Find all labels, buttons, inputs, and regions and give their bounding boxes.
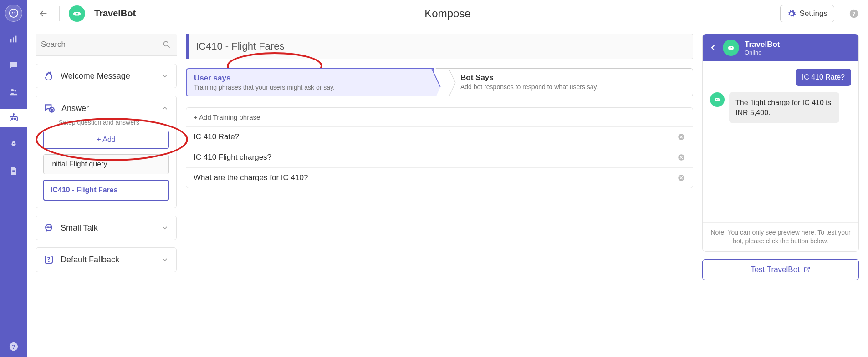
external-link-icon [803,266,811,273]
chevron-down-icon [161,256,169,264]
nav-analytics[interactable] [5,30,23,48]
training-text: IC 410 Rate? [194,132,239,141]
chat-bubble-icon [43,222,54,233]
gear-icon [787,9,796,18]
nav-rocket[interactable] [5,136,23,154]
svg-point-13 [13,143,15,144]
answer-card: ? Answer Setup question and answers + Ad… [36,96,177,208]
delete-icon[interactable] [677,153,685,161]
svg-point-26 [163,41,168,46]
delete-icon[interactable] [677,133,685,141]
training-row[interactable]: What are the charges for IC 410? [186,168,693,188]
svg-point-47 [731,47,732,48]
svg-point-9 [12,118,13,120]
svg-rect-48 [715,98,720,101]
bot-tab-title: Bot Says [460,73,685,82]
training-text: IC 410 Flight charges? [194,153,271,162]
app-logo[interactable] [5,5,22,22]
search-box [36,34,177,56]
app-title: Kompose [424,7,470,20]
builder-panel: User says Training phrases that your use… [186,34,693,351]
chat-bot-avatar [723,40,739,56]
svg-line-27 [168,46,170,48]
svg-rect-19 [74,12,80,15]
svg-point-12 [13,114,14,115]
question-icon [43,254,54,265]
add-intent-button[interactable]: + Add [43,131,169,149]
intent-item[interactable]: Initial Flight query [43,154,169,174]
chat-header: TravelBot Online [703,34,858,61]
svg-point-31 [47,227,48,228]
nav-help-icon[interactable]: ? [9,342,19,352]
add-training-phrase[interactable]: + Add Training phrase [186,108,693,127]
settings-label: Settings [800,9,827,18]
chevron-down-icon [161,72,169,80]
intent-title-field-wrap [186,34,693,59]
smalltalk-card[interactable]: Small Talk [36,216,177,240]
answer-icon: ? [43,102,55,114]
svg-point-49 [716,99,717,100]
intent-sidebar: Welcome Message ? Answer Setup question … [36,34,177,351]
help-icon[interactable]: ? [849,9,859,19]
bot-says-tab[interactable]: Bot Says Add bot responses to respond to… [446,68,693,96]
intent-title-input[interactable] [189,34,693,59]
svg-text:?: ? [51,108,52,112]
svg-point-21 [77,13,78,14]
training-row[interactable]: IC 410 Rate? [186,127,693,147]
delete-icon[interactable] [677,174,685,182]
test-bot-button[interactable]: Test TravelBot [702,259,859,280]
back-button[interactable] [36,7,50,20]
nav-chat[interactable] [5,56,23,75]
user-tab-title: User says [194,74,425,83]
svg-point-33 [50,227,51,228]
chat-user-bubble: IC 410 Rate? [796,69,851,86]
svg-point-10 [15,118,16,120]
user-tab-subtitle: Training phrases that your users might a… [194,84,425,91]
nav-doc[interactable] [5,162,23,180]
bot-avatar [69,5,85,22]
svg-rect-15 [12,171,15,172]
left-nav-rail: ? [0,0,27,357]
answer-subtitle: Setup question and answers [59,119,169,126]
svg-rect-8 [10,116,17,121]
nav-people[interactable] [5,83,23,101]
welcome-card[interactable]: Welcome Message [36,64,177,88]
user-says-tab[interactable]: User says Training phrases that your use… [186,68,434,96]
answer-header[interactable]: ? Answer [36,96,176,121]
bot-name-label: TravelBot [94,8,136,19]
svg-text:?: ? [852,10,856,17]
divider [59,6,60,21]
chat-preview: TravelBot Online IC 410 Rate? The flight… [702,34,859,252]
chat-bot-mini-avatar [710,92,725,107]
smalltalk-title: Small Talk [61,223,98,233]
svg-point-50 [718,99,719,100]
training-text: What are the charges for IC 410? [194,173,308,182]
svg-point-0 [10,9,18,17]
chat-bot-name: TravelBot [745,40,780,49]
svg-point-7 [14,90,16,92]
wave-icon [43,70,54,81]
answer-title: Answer [61,104,89,113]
search-input[interactable] [36,34,177,55]
svg-point-35 [48,261,49,262]
chat-note: Note: You can only see preview here. To … [703,222,858,251]
chevron-up-icon [161,104,169,112]
svg-point-46 [730,47,730,48]
step-tabs: User says Training phrases that your use… [186,68,693,96]
intent-item-active[interactable]: IC410 - Flight Fares [43,180,169,201]
fallback-card[interactable]: Default Fallback [36,247,177,272]
nav-bot[interactable] [0,109,27,127]
svg-rect-14 [12,170,15,170]
svg-rect-3 [10,39,12,42]
top-bar: TravelBot Kompose Settings ? [27,0,868,27]
svg-rect-4 [13,37,14,42]
svg-rect-5 [15,36,17,43]
svg-point-2 [14,12,15,14]
welcome-title: Welcome Message [61,71,130,81]
training-row[interactable]: IC 410 Flight charges? [186,147,693,168]
training-phrases-box: + Add Training phrase IC 410 Rate? IC 41… [186,107,693,188]
preview-panel: TravelBot Online IC 410 Rate? The flight… [702,34,859,351]
chat-back-icon[interactable] [709,44,717,52]
settings-button[interactable]: Settings [780,5,834,22]
svg-point-6 [11,89,14,92]
